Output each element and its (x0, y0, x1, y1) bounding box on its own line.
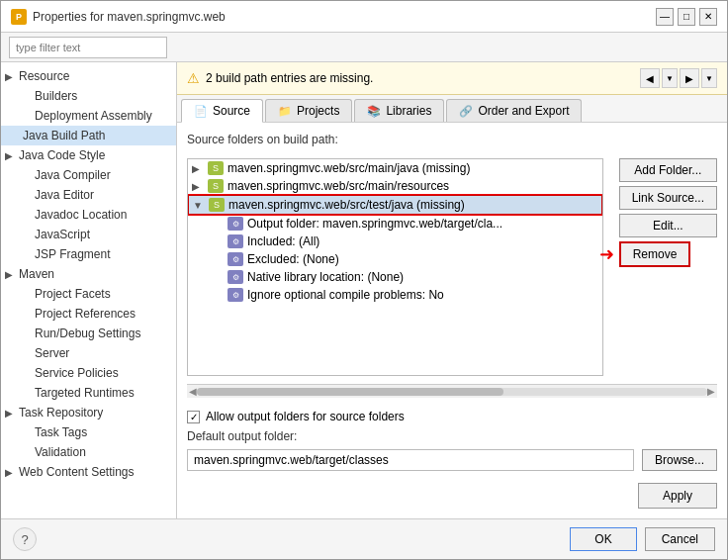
navigation-arrows: ◀ ▼ ▶ ▼ (640, 68, 717, 88)
allow-output-row: ✓ Allow output folders for source folder… (187, 410, 717, 423)
back-dropdown-button[interactable]: ▼ (662, 68, 678, 88)
sidebar-label-web-content: Web Content Settings (19, 465, 135, 479)
tree-label-ignore-optional: Ignore optional compile problems: No (247, 288, 444, 302)
sidebar-label-javascript: JavaScript (35, 228, 90, 241)
tree-item-included[interactable]: ⚙ Included: (All) (188, 233, 602, 250)
sidebar-item-deployment[interactable]: Deployment Assembly (1, 106, 176, 126)
minimize-button[interactable]: — (656, 8, 674, 26)
sidebar-item-maven[interactable]: ▶ Maven (1, 264, 176, 284)
sidebar-arrow-task-repository: ▶ (5, 408, 13, 419)
remove-button[interactable]: Remove (619, 241, 691, 267)
output-folder-row: Browse... (187, 449, 717, 471)
horizontal-scrollbar[interactable]: ◀ ▶ (187, 384, 717, 398)
sidebar: ▶ Resource Builders Deployment Assembly … (1, 62, 177, 518)
scroll-right-arrow[interactable]: ▶ (707, 386, 715, 397)
sidebar-label-maven: Maven (19, 267, 54, 281)
sidebar-label-targeted-runtimes: Targeted Runtimes (35, 386, 135, 400)
properties-dialog: P Properties for maven.springmvc.web — □… (0, 0, 728, 560)
tab-source[interactable]: 📄 Source (181, 99, 263, 123)
edit-button[interactable]: Edit... (619, 214, 717, 237)
sidebar-label-java-build-path: Java Build Path (23, 129, 105, 142)
sidebar-item-validation[interactable]: Validation (1, 442, 176, 462)
add-folder-button[interactable]: Add Folder... (619, 158, 717, 182)
sidebar-item-server[interactable]: Server (1, 343, 176, 363)
options-section: ✓ Allow output folders for source folder… (187, 410, 717, 471)
apply-button[interactable]: Apply (638, 483, 717, 509)
scrollbar-track[interactable] (197, 388, 707, 396)
tree-icon-test-java: S (209, 198, 225, 212)
allow-output-checkbox[interactable]: ✓ (187, 411, 200, 423)
ok-button[interactable]: OK (570, 527, 636, 551)
tree-item-test-java[interactable]: ▼ S maven.springmvc.web/src/test/java (m… (188, 195, 602, 215)
sidebar-label-java-code-style: Java Code Style (19, 148, 105, 162)
projects-tab-icon: 📁 (278, 105, 292, 118)
close-button[interactable]: ✕ (699, 8, 717, 26)
sidebar-arrow-resource: ▶ (5, 71, 13, 82)
sidebar-label-validation: Validation (35, 445, 86, 459)
sidebar-item-project-references[interactable]: Project References (1, 304, 176, 324)
sidebar-label-javadoc: Javadoc Location (35, 208, 127, 222)
allow-output-label: Allow output folders for source folders (206, 410, 405, 423)
action-buttons: Add Folder... Link Source... Edit... Rem… (611, 158, 717, 376)
tree-label-test-java: maven.springmvc.web/src/test/java (missi… (228, 198, 465, 212)
tree-item-excluded[interactable]: ⚙ Excluded: (None) (188, 250, 602, 268)
apply-row: Apply (187, 483, 717, 509)
tab-projects[interactable]: 📁 Projects (265, 99, 352, 122)
sidebar-item-jsp-fragment[interactable]: JSP Fragment (1, 244, 176, 264)
sidebar-item-web-content[interactable]: ▶ Web Content Settings (1, 462, 176, 482)
title-controls: — □ ✕ (656, 8, 717, 26)
default-output-input[interactable] (187, 449, 634, 471)
sidebar-label-jsp-fragment: JSP Fragment (35, 247, 110, 261)
toolbar (1, 33, 727, 62)
sidebar-item-task-repository[interactable]: ▶ Task Repository (1, 403, 176, 422)
sidebar-item-task-tags[interactable]: Task Tags (1, 422, 176, 442)
forward-dropdown-button[interactable]: ▼ (701, 68, 717, 88)
sidebar-item-java-build-path[interactable]: Java Build Path (1, 126, 176, 145)
sidebar-item-java-editor[interactable]: Java Editor (1, 185, 176, 205)
sidebar-item-javadoc[interactable]: Javadoc Location (1, 205, 176, 225)
search-input[interactable] (9, 37, 167, 58)
scrollbar-thumb (197, 388, 503, 396)
sidebar-item-java-compiler[interactable]: Java Compiler (1, 165, 176, 185)
scroll-left-arrow[interactable]: ◀ (189, 386, 197, 397)
sidebar-item-run-debug[interactable]: Run/Debug Settings (1, 324, 176, 343)
sidebar-label-service-policies: Service Policies (35, 366, 119, 380)
tree-item-ignore-optional[interactable]: ⚙ Ignore optional compile problems: No (188, 286, 602, 304)
tree-item-main-resources[interactable]: ▶ S maven.springmvc.web/src/main/resourc… (188, 177, 602, 195)
window-icon: P (11, 9, 27, 25)
tabs-bar: 📄 Source 📁 Projects 📚 Libraries 🔗 Order … (177, 95, 727, 123)
tree-item-output-folder[interactable]: ⚙ Output folder: maven.springmvc.web/tar… (188, 215, 602, 233)
sidebar-item-service-policies[interactable]: Service Policies (1, 363, 176, 383)
window-title: Properties for maven.springmvc.web (33, 10, 226, 24)
tab-projects-label: Projects (297, 104, 339, 118)
tree-item-native-lib[interactable]: ⚙ Native library location: (None) (188, 268, 602, 286)
sidebar-label-task-tags: Task Tags (35, 425, 87, 439)
sidebar-item-resource[interactable]: ▶ Resource (1, 66, 176, 86)
warning-icon: ⚠ (187, 70, 200, 86)
forward-button[interactable]: ▶ (680, 68, 699, 88)
default-output-label: Default output folder: (187, 429, 717, 443)
tree-label-output-folder: Output folder: maven.springmvc.web/targe… (247, 217, 502, 231)
title-bar: P Properties for maven.springmvc.web — □… (1, 1, 727, 33)
tree-item-main-java[interactable]: ▶ S maven.springmvc.web/src/main/java (m… (188, 159, 602, 177)
sidebar-item-builders[interactable]: Builders (1, 86, 176, 106)
help-button[interactable]: ? (13, 527, 37, 551)
link-source-button[interactable]: Link Source... (619, 186, 717, 210)
cancel-button[interactable]: Cancel (645, 527, 715, 551)
tab-libraries[interactable]: 📚 Libraries (354, 99, 444, 122)
sidebar-label-java-compiler: Java Compiler (35, 168, 111, 182)
sidebar-item-javascript[interactable]: JavaScript (1, 225, 176, 244)
tab-order-export[interactable]: 🔗 Order and Export (446, 99, 582, 122)
tree-icon-main-java: S (208, 161, 224, 175)
tree-label-included: Included: (All) (247, 234, 319, 248)
sidebar-item-java-code-style[interactable]: ▶ Java Code Style (1, 145, 176, 165)
back-button[interactable]: ◀ (640, 68, 660, 88)
sidebar-item-project-facets[interactable]: Project Facets (1, 284, 176, 304)
tree-arrow-main-resources: ▶ (192, 181, 204, 192)
source-tree[interactable]: ▶ S maven.springmvc.web/src/main/java (m… (187, 158, 603, 376)
maximize-button[interactable]: □ (678, 8, 695, 26)
dialog-footer: ? OK Cancel (1, 518, 727, 559)
footer-buttons: OK Cancel (570, 527, 715, 551)
sidebar-item-targeted-runtimes[interactable]: Targeted Runtimes (1, 383, 176, 403)
browse-button[interactable]: Browse... (642, 449, 717, 471)
